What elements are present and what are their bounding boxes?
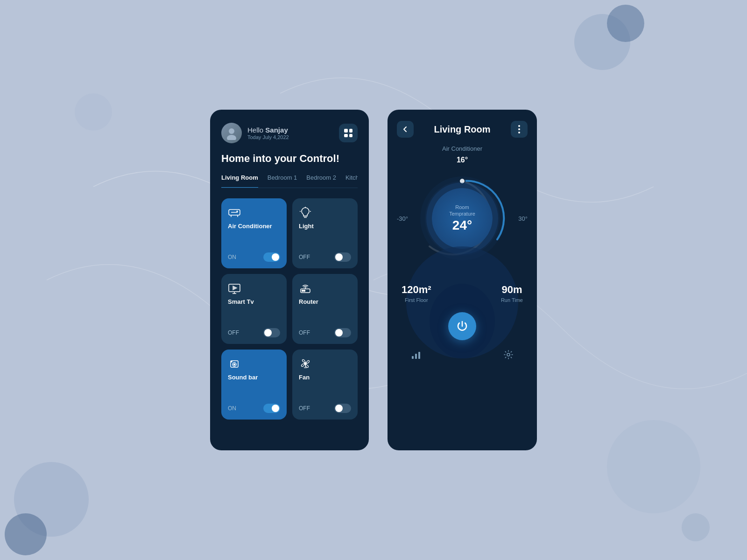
fan-footer: OFF [299,404,351,413]
router-toggle-knob [335,329,343,336]
avatar [221,123,242,143]
date-label: Today July 4,2022 [247,134,289,140]
power-button[interactable] [448,312,476,340]
stats-icon[interactable] [411,350,421,362]
user-info: Hello Sanjay Today July 4,2022 [221,123,289,143]
more-button[interactable] [511,121,528,138]
tv-footer: OFF [228,328,280,337]
dial-inner: Room Temprature 24° [432,188,493,249]
svg-point-22 [234,364,235,365]
right-panel: Living Room Air Conditioner 16° -30° [388,110,537,450]
router-footer: OFF [299,328,351,337]
stats-row: 120m² First Floor 90m Run Time [397,284,528,303]
tv-toggle-knob [264,329,272,336]
device-card-soundbar[interactable]: Sound bar ON [221,350,287,420]
tv-status: OFF [228,329,239,336]
light-icon [299,206,351,221]
tv-toggle[interactable] [263,328,280,337]
user-name: Sanjay [265,126,288,134]
stat-runtime-value: 90m [501,284,523,296]
light-name: Light [299,223,351,230]
more-dot-1 [518,125,520,127]
fan-icon [299,357,351,372]
svg-point-17 [302,290,303,292]
svg-marker-15 [233,286,237,290]
grid-view-button[interactable] [339,124,358,142]
page-title: Home into your Control! [221,153,358,165]
tab-bedroom2[interactable]: Bedroom 2 [306,174,336,184]
stat-area-value: 120m² [402,284,431,296]
back-button[interactable] [397,121,414,138]
tab-bedroom1[interactable]: Bedroom 1 [268,174,297,184]
stat-area-label: First Floor [402,297,431,303]
svg-point-6 [237,211,238,212]
ac-name: Air Conditioner [228,223,280,230]
ac-device-label: Air Conditioner [388,145,537,152]
device-grid: Air Conditioner ON Light OFF [221,198,358,420]
bottom-section: 120m² First Floor 90m Run Time [388,274,537,373]
more-dot-3 [518,132,520,133]
soundbar-footer: ON [228,404,280,413]
stat-runtime-label: Run Time [501,297,523,303]
svg-point-33 [507,353,510,356]
router-icon [299,281,351,296]
tab-kitchen[interactable]: Kitchen [345,174,358,184]
svg-rect-32 [418,352,420,359]
right-title: Living Room [434,124,490,135]
ac-status: ON [228,254,236,260]
light-toggle-knob [335,253,343,261]
device-card-smarttv[interactable]: Smart Tv OFF [221,274,287,344]
greeting: Hello Sanjay [247,126,289,134]
header-row: Hello Sanjay Today July 4,2022 [221,123,358,143]
right-header: Living Room [388,110,537,145]
soundbar-toggle[interactable] [263,404,280,413]
chart-icon [411,350,421,360]
svg-point-0 [229,128,234,134]
soundbar-status: ON [228,405,236,412]
ac-footer: ON [228,252,280,262]
router-status: OFF [299,329,310,336]
settings-icon[interactable] [503,350,514,362]
ac-toggle[interactable] [263,252,280,262]
temp-top-value: 16° [388,156,537,164]
device-card-ac[interactable]: Air Conditioner ON [221,198,287,268]
fan-toggle-knob [335,405,343,412]
svg-point-1 [227,135,236,140]
device-card-fan[interactable]: Fan OFF [292,350,358,420]
more-dot-2 [518,128,520,130]
svg-point-29 [459,178,465,184]
router-name: Router [299,298,351,305]
power-icon [456,320,469,333]
tv-name: Smart Tv [228,298,280,305]
tab-living-room[interactable]: Living Room [221,174,258,188]
light-status: OFF [299,254,310,260]
grid-icon [344,129,352,137]
room-temp-label: Room Temprature [449,204,475,217]
fan-toggle[interactable] [334,404,351,413]
svg-point-23 [231,361,232,362]
light-toggle[interactable] [334,252,351,262]
light-footer: OFF [299,252,351,262]
svg-rect-30 [412,356,414,359]
fan-status: OFF [299,405,310,412]
bottom-icons-row [397,350,528,362]
svg-point-18 [304,290,305,292]
ac-icon [228,206,280,221]
svg-rect-31 [415,354,417,359]
room-tabs: Living Room Bedroom 1 Bedroom 2 Kitchen … [221,174,358,188]
power-button-row [397,312,528,340]
temp-min-label: -30° [397,215,408,222]
back-icon [402,126,409,133]
fan-name: Fan [299,374,351,381]
room-temp-value: 24° [452,218,472,233]
avatar-image [221,123,242,143]
router-toggle[interactable] [334,328,351,337]
left-panel: Hello Sanjay Today July 4,2022 Home into… [210,110,369,450]
device-card-router[interactable]: Router OFF [292,274,358,344]
device-card-light[interactable]: Light OFF [292,198,358,268]
tv-icon [228,281,280,296]
gear-icon [503,350,514,360]
soundbar-icon [228,357,280,372]
user-text: Hello Sanjay Today July 4,2022 [247,126,289,140]
temp-max-label: 30° [518,215,528,222]
